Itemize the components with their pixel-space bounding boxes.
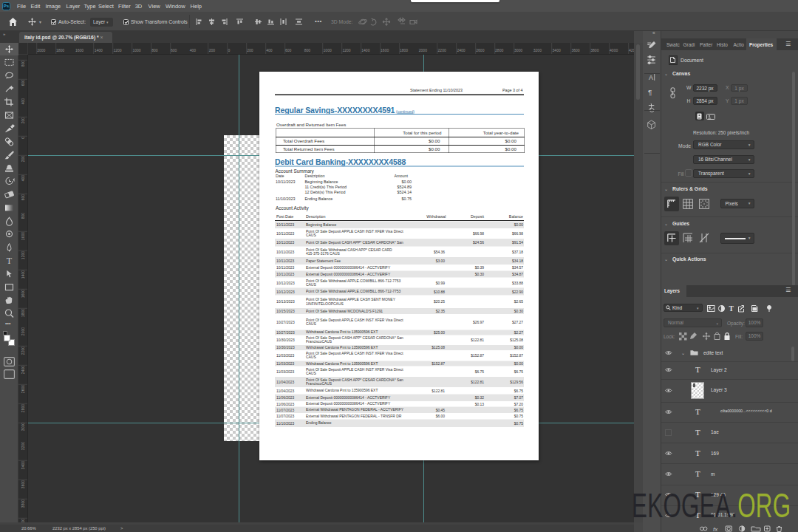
svg-text:A: A: [649, 74, 653, 81]
svg-text:T: T: [729, 305, 734, 313]
svg-text:T: T: [7, 256, 13, 266]
svg-text:fx: fx: [713, 525, 718, 532]
svg-text:¶: ¶: [648, 88, 652, 96]
